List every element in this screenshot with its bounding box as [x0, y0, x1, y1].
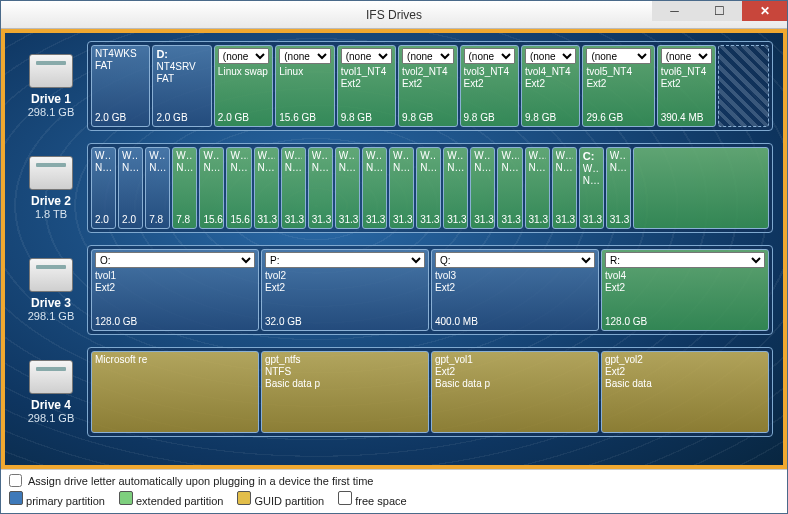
drive-letter-select[interactable]: (none: [341, 48, 392, 64]
drive-letter-select[interactable]: Q:: [435, 252, 595, 268]
partition[interactable]: gpt_vol1Ext2Basic data p: [431, 351, 599, 433]
partition[interactable]: C:W8_NTF31.3: [579, 147, 604, 229]
partition-name: W2K: [203, 150, 220, 162]
drive-info: Drive 21.8 TB: [15, 143, 87, 233]
partition-name: W2K: [420, 150, 437, 162]
partition[interactable]: W2KNTF31.3: [525, 147, 550, 229]
partition[interactable]: R:tvol4Ext2128.0 GB: [601, 249, 769, 331]
partition[interactable]: W2KNTF31.3: [606, 147, 631, 229]
partition[interactable]: W8_NTF31.3: [552, 147, 577, 229]
partition[interactable]: O:tvol1Ext2128.0 GB: [91, 249, 259, 331]
partition-name: WXI: [149, 150, 166, 162]
partition[interactable]: WXINTF7.8: [172, 147, 197, 229]
partition-fs: Ext2: [464, 78, 515, 90]
drive-letter-select[interactable]: (none: [279, 48, 330, 64]
partition-name: Linux swap: [218, 66, 269, 78]
partition[interactable]: W7_NTF31.3: [389, 147, 414, 229]
drive-letter-select[interactable]: P:: [265, 252, 425, 268]
partition[interactable]: Q:tvol3Ext2400.0 MB: [431, 249, 599, 331]
partition-name: gpt_ntfs: [265, 354, 425, 366]
partition-size: 7.8: [176, 214, 193, 226]
drive-letter-select[interactable]: O:: [95, 252, 255, 268]
maximize-button[interactable]: ☐: [697, 1, 742, 21]
partition[interactable]: NT4WKSFAT2.0 GB: [91, 45, 150, 127]
drive-letter-select[interactable]: (none: [402, 48, 453, 64]
partition[interactable]: gpt_vol2Ext2Basic data: [601, 351, 769, 433]
partition-fs: Ext2: [435, 282, 595, 294]
partition-size: 31.3: [339, 214, 356, 226]
partition-size: 31.3: [393, 214, 410, 226]
partition[interactable]: (nonetvol6_NT4Ext2390.4 MB: [657, 45, 716, 127]
partition[interactable]: [633, 147, 769, 229]
partition-fs: Ext2: [265, 282, 425, 294]
partition[interactable]: (nonetvol3_NT4Ext29.8 GB: [460, 45, 519, 127]
drive-letter-select[interactable]: R:: [605, 252, 765, 268]
drive-letter-select[interactable]: (none: [525, 48, 576, 64]
partition[interactable]: WVINTF31.3: [281, 147, 306, 229]
partition[interactable]: W7_NTF31.3: [362, 147, 387, 229]
drive-row: Drive 4298.1 GBMicrosoft regpt_ntfsNTFSB…: [15, 347, 773, 437]
close-button[interactable]: ✕: [742, 1, 787, 21]
partition-size: 9.8 GB: [464, 112, 515, 124]
partition[interactable]: Microsoft re: [91, 351, 259, 433]
partition-size: 15.6: [203, 214, 220, 226]
drive-letter-select[interactable]: (none: [464, 48, 515, 64]
partition[interactable]: W2KNTF2.0: [91, 147, 116, 229]
legend-free: free space: [338, 491, 406, 507]
partition[interactable]: W8_NTF31.3: [470, 147, 495, 229]
partition-fs: NTF: [529, 162, 546, 174]
partition-name: tvol6_NT4: [661, 66, 712, 78]
legend-guid: GUID partition: [237, 491, 324, 507]
drive-icon: [29, 258, 73, 292]
partition[interactable]: W2KNTF31.3: [443, 147, 468, 229]
partition[interactable]: (noneLinux15.6 GB: [275, 45, 334, 127]
partition-size: 31.3: [583, 214, 600, 226]
partition[interactable]: P:tvol2Ext232.0 GB: [261, 249, 429, 331]
titlebar[interactable]: IFS Drives ─ ☐ ✕: [1, 1, 787, 29]
partition-name: tvol2: [265, 270, 425, 282]
partition[interactable]: D:NT4SRVFAT2.0 GB: [152, 45, 211, 127]
partition[interactable]: (nonetvol4_NT4Ext29.8 GB: [521, 45, 580, 127]
footer: Assign drive letter automatically upon p…: [1, 469, 787, 513]
drive-letter-select[interactable]: (none: [586, 48, 650, 64]
partition[interactable]: W2KNTF15.6: [226, 147, 251, 229]
partition[interactable]: WVINTF31.3: [254, 147, 279, 229]
client-area: Drive 1298.1 GBNT4WKSFAT2.0 GBD:NT4SRVFA…: [1, 29, 787, 469]
drive-info: Drive 3298.1 GB: [15, 245, 87, 335]
partition-size: 9.8 GB: [341, 112, 392, 124]
partition[interactable]: W2KNTF31.3: [308, 147, 333, 229]
partition[interactable]: W2KNTF31.3: [335, 147, 360, 229]
partition-name: W2K: [122, 150, 139, 162]
partition[interactable]: (noneLinux swap2.0 GB: [214, 45, 273, 127]
partition[interactable]: W2KNTF2.0: [118, 147, 143, 229]
partition[interactable]: (nonetvol2_NT4Ext29.8 GB: [398, 45, 457, 127]
partition[interactable]: W2KNTF31.3: [416, 147, 441, 229]
partition[interactable]: (nonetvol5_NT4Ext229.6 GB: [582, 45, 654, 127]
drive-size: 1.8 TB: [35, 208, 67, 220]
auto-assign-checkbox[interactable]: [9, 474, 22, 487]
partition[interactable]: WXINTF7.8: [145, 147, 170, 229]
drive-letter-select[interactable]: (none: [218, 48, 269, 64]
partition[interactable]: (nonetvol1_NT4Ext29.8 GB: [337, 45, 396, 127]
partition-fs: NTF: [583, 175, 600, 187]
partition-track: NT4WKSFAT2.0 GBD:NT4SRVFAT2.0 GB(noneLin…: [87, 41, 773, 131]
partition-name: tvol4: [605, 270, 765, 282]
partition[interactable]: gpt_ntfsNTFSBasic data p: [261, 351, 429, 433]
partition[interactable]: W2KNTF15.6: [199, 147, 224, 229]
partition[interactable]: W8_NTF31.3: [497, 147, 522, 229]
partition-name: tvol1: [95, 270, 255, 282]
partition-fs: NTFS: [265, 366, 425, 378]
partition-name: W2K: [339, 150, 356, 162]
partition-name: tvol2_NT4: [402, 66, 453, 78]
partition-name: W2K: [447, 150, 464, 162]
auto-assign-checkbox-label[interactable]: Assign drive letter automatically upon p…: [9, 474, 373, 487]
partition-size: 31.3: [366, 214, 383, 226]
drive-letter-select[interactable]: (none: [661, 48, 712, 64]
partition-fs: Ext2: [586, 78, 650, 90]
partition-size: 128.0 GB: [605, 316, 765, 328]
minimize-button[interactable]: ─: [652, 1, 697, 21]
partition-fs: NTF: [230, 162, 247, 174]
partition[interactable]: [718, 45, 769, 127]
legend: primary partition extended partition GUI…: [9, 491, 779, 507]
partition-fs: Ext2: [525, 78, 576, 90]
